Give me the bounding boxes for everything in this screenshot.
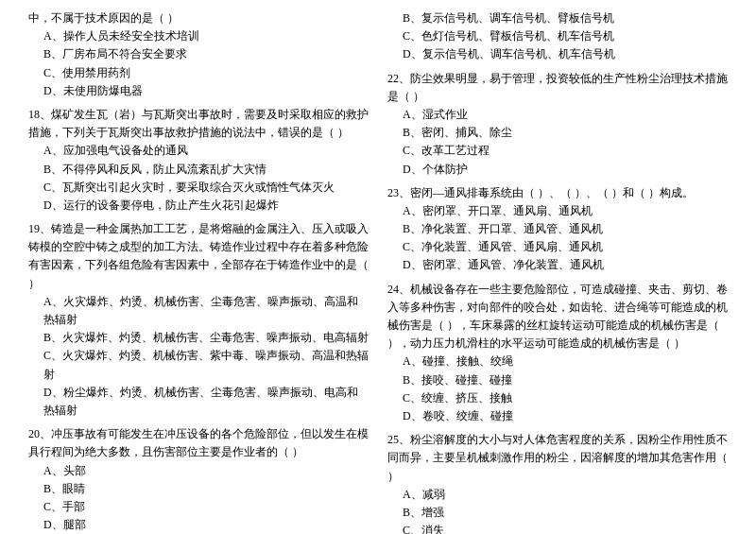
question-18-title: 18、煤矿发生瓦（岩）与瓦斯突出事故时，需要及时采取相应的救护措施，下列关于瓦斯… [28,106,369,142]
option: B、接咬、碰撞、碰撞 [387,371,728,389]
option: B、复示信号机、调车信号机、臂板信号机 [387,9,728,27]
option: D、卷咬、绞缠、碰撞 [387,407,728,425]
question-19: 19、铸造是一种金属热加工工艺，是将熔融的金属注入、压入或吸入铸模的空腔中铸之成… [28,220,369,420]
option: A、应加强电气设备处的通风 [28,142,369,160]
option: B、增强 [387,504,728,522]
question-24-title: 24、机械设备存在一些主要危险部位，可造成碰撞、夹击、剪切、卷入等多种伤害，对向… [387,281,728,353]
option: D、腿部 [28,516,369,534]
page-content: 中，不属于技术原因的是（ ） A、操作人员未经安全技术培训 B、厂房布局不符合安… [28,9,728,534]
option: C、净化装置、通风管、通风扇、通风机 [387,238,728,256]
question-22-title: 22、防尘效果明显，易于管理，投资较低的生产性粉尘治理技术措施是（ ） [387,70,728,106]
option: B、火灾爆炸、灼烫、机械伤害、尘毒危害、噪声振动、电高辐射 [28,329,369,347]
option: C、瓦斯突出引起火灾时，要采取综合灭火或惰性气体灭火 [28,179,369,197]
option: C、改革工艺过程 [387,142,728,160]
option: A、减弱 [387,486,728,504]
question-23: 23、密闭—通风排毒系统由（ ）、（ ）、（ ）和（ ）构成。 A、密闭罩、开口… [387,184,728,275]
option: B、净化装置、开口罩、通风管、通风机 [387,220,728,238]
option: D、粉尘爆炸、灼烫、机械伤害、尘毒危害、噪声振动、电高和热辐射 [28,384,369,420]
question-20-title: 20、冲压事故有可能发生在冲压设备的各个危险部位，但以发生在模具行程间为绝大多数… [28,425,369,461]
option: B、密闭、捕风、除尘 [387,124,728,142]
question-23-title: 23、密闭—通风排毒系统由（ ）、（ ）、（ ）和（ ）构成。 [387,184,728,202]
option: C、使用禁用药剂 [28,64,369,82]
option: B、不得停风和反风，防止风流紊乱扩大灾情 [28,161,369,179]
option: A、火灾爆炸、灼烫、机械伤害、尘毒危害、噪声振动、高温和热辐射 [28,293,369,329]
option: A、操作人员未经安全技术培训 [28,27,369,45]
option: C、手部 [28,498,369,516]
right-column: B、复示信号机、调车信号机、臂板信号机 C、色灯信号机、臂板信号机、机车信号机 … [387,9,728,534]
question-20: 20、冲压事故有可能发生在冲压设备的各个危险部位，但以发生在模具行程间为绝大多数… [28,425,369,534]
question-18: 18、煤矿发生瓦（岩）与瓦斯突出事故时，需要及时采取相应的救护措施，下列关于瓦斯… [28,106,369,215]
option: A、湿式作业 [387,106,728,124]
option: D、运行的设备要停电，防止产生火花引起爆炸 [28,197,369,215]
left-column: 中，不属于技术原因的是（ ） A、操作人员未经安全技术培训 B、厂房布局不符合安… [28,9,369,534]
question-25: 25、粉尘溶解度的大小与对人体危害程度的关系，因粉尘作用性质不同而异，主要呈机械… [387,431,728,534]
question-intro: 中，不属于技术原因的是（ ） A、操作人员未经安全技术培训 B、厂房布局不符合安… [28,9,369,100]
option: D、密闭罩、通风管、净化装置、通风机 [387,256,728,274]
option: A、碰撞、接触、绞绳 [387,353,728,370]
option: D、个体防护 [387,161,728,179]
option: C、色灯信号机、臂板信号机、机车信号机 [387,27,728,45]
option: D、未使用防爆电器 [28,82,369,100]
option: C、火灾爆炸、灼烫、机械伤害、紫中毒、噪声振动、高温和热辐射 [28,347,369,383]
question-25-title: 25、粉尘溶解度的大小与对人体危害程度的关系，因粉尘作用性质不同而异，主要呈机械… [387,431,728,486]
option: C、消失 [387,522,728,534]
option: A、密闭罩、开口罩、通风扇、通风机 [387,202,728,220]
question-19-title: 19、铸造是一种金属热加工工艺，是将熔融的金属注入、压入或吸入铸模的空腔中铸之成… [28,220,369,293]
question-21-cont: B、复示信号机、调车信号机、臂板信号机 C、色灯信号机、臂板信号机、机车信号机 … [387,9,728,64]
option: B、厂房布局不符合安全要求 [28,45,369,63]
question-22: 22、防尘效果明显，易于管理，投资较低的生产性粉尘治理技术措施是（ ） A、湿式… [387,70,728,179]
question-24: 24、机械设备存在一些主要危险部位，可造成碰撞、夹击、剪切、卷入等多种伤害，对向… [387,281,728,426]
question-intro-title: 中，不属于技术原因的是（ ） [28,9,369,27]
option: A、头部 [28,462,369,480]
option: D、复示信号机、调车信号机、机车信号机 [387,45,728,63]
option: B、眼睛 [28,480,369,498]
option: C、绞缠、挤压、接触 [387,389,728,407]
